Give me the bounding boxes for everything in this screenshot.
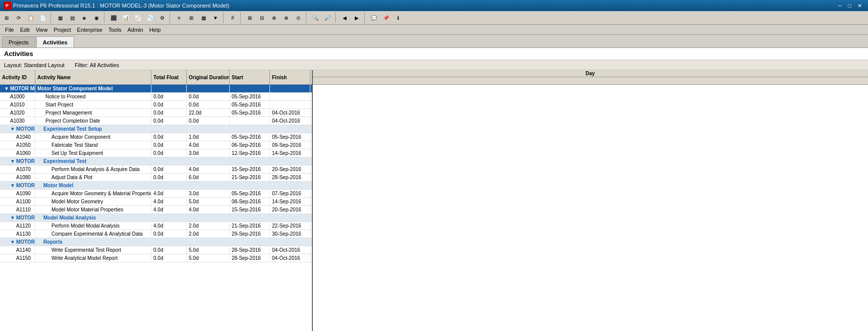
toolbar-btn-21[interactable]: ⊕	[268, 12, 280, 23]
tab-area: Projects Activities	[0, 35, 868, 48]
menu-project[interactable]: Project	[50, 26, 74, 34]
gantt-body	[313, 85, 868, 331]
toolbar-btn-30[interactable]: ℹ	[393, 12, 404, 23]
toolbar-btn-6[interactable]: ▤	[67, 12, 78, 23]
col-header-float[interactable]: Total Float	[151, 70, 187, 84]
toolbar-btn-10[interactable]: 📊	[120, 12, 131, 23]
menu-bar: File Edit View Project Enterprise Tools …	[0, 25, 868, 35]
table-row[interactable]: A1030Project Completion Date0.0d0.0d04-O…	[0, 117, 312, 125]
table-row[interactable]: ▼MOTOR MODEL-3.1Experimental Test Setup	[0, 125, 312, 133]
app-icon: P	[3, 2, 11, 10]
table-row[interactable]: A1000Notice to Proceed0.0d0.0d05-Sep-201…	[0, 93, 312, 101]
col-header-id[interactable]: Activity ID	[0, 70, 35, 84]
toolbar-btn-3[interactable]: 📋	[25, 12, 36, 23]
toolbar-btn-23[interactable]: ⊙	[293, 12, 304, 23]
toolbar-btn-4[interactable]: 📄	[37, 12, 48, 23]
activity-table: Activity ID Activity Name Total Float Or…	[0, 70, 313, 331]
menu-file[interactable]: File	[2, 26, 17, 34]
table-row[interactable]: ▼MOTOR MODEL-3.3Motor Model	[0, 182, 312, 190]
toolbar-btn-11[interactable]: 📈	[132, 12, 143, 23]
split-panel: Activity ID Activity Name Total Float Or…	[0, 70, 868, 331]
toolbar-btn-17[interactable]: ▼	[210, 12, 221, 23]
table-row[interactable]: ▼MOTOR MODEL-3.4Model Modal Analysis	[0, 214, 312, 222]
col-header-start[interactable]: Start	[230, 70, 270, 84]
minimize-btn[interactable]: ─	[835, 3, 845, 9]
toolbar-btn-19[interactable]: ⊞	[244, 12, 255, 23]
table-row[interactable]: A1150Write Analytical Model Report0.0d5.…	[0, 254, 312, 262]
gantt-col-numbers	[313, 77, 868, 84]
toolbar-btn-20[interactable]: ⊟	[256, 12, 267, 23]
table-row[interactable]: A1080Adjust Data & Plot0.0d6.0d21-Sep-20…	[0, 174, 312, 182]
sep3	[170, 12, 172, 23]
table-header: Activity ID Activity Name Total Float Or…	[0, 70, 312, 85]
sep6	[306, 12, 308, 23]
toolbar-btn-16[interactable]: ▦	[198, 12, 209, 23]
table-row[interactable]: A1140Write Experimental Test Report0.0d5…	[0, 246, 312, 254]
sep7	[335, 12, 337, 23]
layout-label: Layout: Standard Layout	[4, 62, 65, 68]
table-row[interactable]: A1110Model Motor Material Properties4.0d…	[0, 206, 312, 214]
sep4	[223, 12, 225, 23]
toolbar-btn-13[interactable]: ⚙	[156, 12, 168, 23]
menu-admin[interactable]: Admin	[124, 26, 146, 34]
table-row[interactable]: A1100Model Motor Geometry4.0d5.0d08-Sep-…	[0, 198, 312, 206]
toolbar-btn-5[interactable]: ▦	[55, 12, 66, 23]
toolbar-btn-18[interactable]: #	[227, 12, 238, 23]
toolbar-btn-9[interactable]: ⬛	[108, 12, 119, 23]
table-body: ▼MOTOR MODEL 3Motor Stator Component Mod…	[0, 85, 312, 331]
main-area: Projects Activities Activities Layout: S…	[0, 35, 868, 331]
toolbar-btn-15[interactable]: ⊞	[186, 12, 197, 23]
gantt-day-row: Day	[313, 70, 868, 77]
maximize-btn[interactable]: □	[845, 3, 854, 9]
toolbar-btn-26[interactable]: ◀	[339, 12, 350, 23]
toolbar: ⊞ ⟳ 📋 📄 ▦ ▤ ◈ ◉ ⬛ 📊 📈 📉 ⚙ ≡ ⊞ ▦ ▼ # ⊞ ⊟ …	[0, 11, 868, 25]
table-row[interactable]: A1050Fabricate Test Stand0.0d4.0d06-Sep-…	[0, 141, 312, 149]
sep2	[104, 12, 106, 23]
toolbar-btn-12[interactable]: 📉	[144, 12, 155, 23]
table-row[interactable]: A1130Compare Experimental & Analytical D…	[0, 230, 312, 238]
table-row[interactable]: A1020Project Management0.0d22.0d05-Sep-2…	[0, 109, 312, 117]
tab-projects[interactable]: Projects	[2, 36, 35, 47]
layout-filter-row: Layout: Standard Layout Filter: All Acti…	[0, 60, 868, 70]
toolbar-btn-14[interactable]: ≡	[174, 12, 185, 23]
menu-enterprise[interactable]: Enterprise	[74, 26, 105, 34]
toolbar-btn-2[interactable]: ⟳	[13, 12, 24, 23]
table-row[interactable]: A1060Set Up Test Equipment0.0d3.0d12-Sep…	[0, 149, 312, 157]
menu-tools[interactable]: Tools	[105, 26, 125, 34]
table-row[interactable]: A1010Start Project0.0d0.0d05-Sep-2016	[0, 101, 312, 109]
toolbar-btn-8[interactable]: ◉	[91, 12, 102, 23]
tab-activities[interactable]: Activities	[36, 36, 74, 47]
page-title: Activities	[0, 48, 868, 60]
col-header-finish[interactable]: Finish	[270, 70, 310, 84]
table-row[interactable]: A1070Perform Modal Analysis & Acquire Da…	[0, 165, 312, 174]
sep8	[364, 12, 366, 23]
menu-view[interactable]: View	[33, 26, 51, 34]
table-row[interactable]: A1120Perform Model Modal Analysis4.0d2.0…	[0, 222, 312, 230]
toolbar-btn-28[interactable]: 💬	[368, 12, 379, 23]
gantt-day-label: Day	[313, 71, 868, 76]
table-row[interactable]: ▼MOTOR MODEL-3.5Reports	[0, 238, 312, 246]
toolbar-btn-24[interactable]: 🔍	[310, 12, 321, 23]
content-wrapper: Activities Layout: Standard Layout Filte…	[0, 48, 868, 331]
sep5	[240, 12, 242, 23]
table-row[interactable]: A1090Acquire Motor Geometry & Material P…	[0, 190, 312, 198]
menu-edit[interactable]: Edit	[17, 26, 33, 34]
title-bar: P Primavera P6 Professional R15.1 : MOTO…	[0, 0, 868, 11]
window-title: Primavera P6 Professional R15.1 : MOTOR …	[13, 3, 229, 9]
toolbar-btn-29[interactable]: 📌	[381, 12, 392, 23]
close-btn[interactable]: ✕	[854, 3, 865, 9]
menu-help[interactable]: Help	[146, 26, 164, 34]
col-header-dur[interactable]: Original Duration	[187, 70, 230, 84]
table-row[interactable]: ▼MOTOR MODEL 3Motor Stator Component Mod…	[0, 85, 312, 93]
table-row[interactable]: ▼MOTOR MODEL-3.2Experimental Test	[0, 157, 312, 165]
toolbar-btn-25[interactable]: 🔎	[322, 12, 333, 23]
col-header-name[interactable]: Activity Name	[35, 70, 151, 84]
filter-label: Filter: All Activities	[75, 62, 119, 68]
toolbar-btn-22[interactable]: ⊗	[281, 12, 292, 23]
toolbar-btn-27[interactable]: ▶	[351, 12, 362, 23]
sep1	[50, 12, 52, 23]
table-row[interactable]: A1040Acquire Motor Component0.0d1.0d05-S…	[0, 133, 312, 141]
toolbar-btn-7[interactable]: ◈	[79, 12, 90, 23]
toolbar-btn-1[interactable]: ⊞	[1, 12, 12, 23]
gantt-panel: Day	[313, 70, 868, 331]
